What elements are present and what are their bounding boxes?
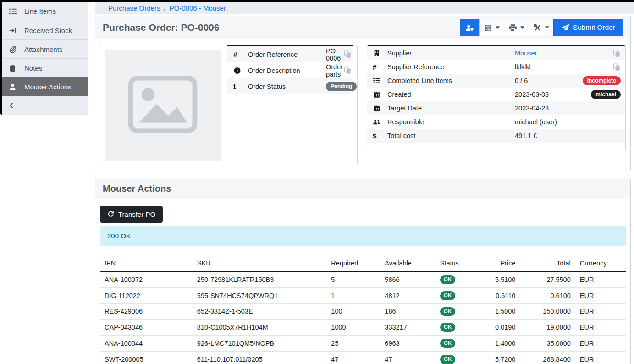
- ok-status-badge: OK: [440, 323, 455, 332]
- cell-status: OK: [436, 303, 474, 320]
- cell-price: 0.0190: [474, 320, 520, 336]
- detail-label: Responsible: [387, 118, 515, 126]
- chevron-left-icon: [8, 102, 15, 109]
- cell-price: 0.6110: [474, 287, 520, 303]
- print-dropdown-button[interactable]: [504, 19, 529, 36]
- toolbar: Submit Order: [460, 19, 623, 36]
- detail-label: Total cost: [387, 132, 515, 139]
- cell-ipn: SWT-200005: [100, 351, 193, 364]
- mouser-actions-panel: Mouser Actions Transfer PO 200 OK IPNSKU…: [95, 178, 631, 364]
- column-header-ipn: IPN: [100, 255, 193, 271]
- cell-ipn: CAP-043046: [100, 320, 193, 336]
- breadcrumb-link-purchase-orders[interactable]: Purchase Orders: [108, 4, 160, 12]
- copy-icon[interactable]: [344, 50, 352, 58]
- calendar-icon: [373, 91, 387, 98]
- copy-icon[interactable]: [613, 50, 621, 57]
- supplier-details-table: SupplierMouser#Supplier Referencelklklkl…: [367, 45, 625, 151]
- column-header-currency: Currency: [575, 255, 626, 271]
- cell-currency: EUR: [575, 271, 626, 287]
- detail-row-supplier: SupplierMouser: [367, 46, 625, 60]
- cell-required: 100: [326, 303, 380, 320]
- supplier-summary-box: SupplierMouser#Supplier Referencelklklkl…: [367, 45, 626, 151]
- detail-label: Target Date: [387, 105, 515, 112]
- sidebar-collapse-button[interactable]: [2, 96, 88, 115]
- detail-label: Created: [387, 91, 515, 98]
- cell-total: 27.5500: [520, 271, 575, 287]
- cell-available: 186: [380, 303, 435, 320]
- image-icon: [128, 75, 198, 136]
- cell-required: 5: [326, 271, 380, 287]
- order-actions-dropdown-button[interactable]: [529, 19, 554, 36]
- detail-value[interactable]: Mouser: [515, 50, 613, 57]
- detail-row-total-cost: $Total cost491.1 €: [367, 129, 625, 143]
- transfer-po-button[interactable]: Transfer PO: [100, 206, 163, 223]
- copy-icon[interactable]: [344, 66, 352, 74]
- sidebar-item-label: Received Stock: [24, 27, 72, 34]
- cell-currency: EUR: [575, 303, 626, 320]
- detail-row-created: Created2023-03-03michael: [367, 88, 625, 101]
- main-content: Purchase Orders / PO-0006 - Mouser Purch…: [95, 2, 631, 364]
- cell-total: 150.0000: [520, 303, 575, 320]
- copy-icon[interactable]: [613, 63, 621, 71]
- top-black-bar: [0, 0, 634, 2]
- cell-status: OK: [436, 271, 474, 287]
- detail-trailing: [344, 66, 352, 74]
- list-check-icon: [373, 77, 387, 84]
- detail-value: Pending: [326, 82, 357, 91]
- detail-row-supplier-reference: #Supplier Referencelklklkl: [367, 60, 625, 74]
- breadcrumb-link-po-0006[interactable]: PO-0006 - Mouser: [170, 4, 226, 12]
- cell-sku: 810-C1005X7R1H104M: [193, 320, 327, 336]
- detail-value: 491.1 €: [515, 132, 621, 139]
- caret-down-icon: [545, 26, 549, 29]
- cell-sku: 611-110.107.011/0205: [193, 351, 327, 364]
- column-header-required: Required: [326, 255, 380, 271]
- ok-status-badge: OK: [440, 275, 455, 284]
- cell-available: 47: [380, 351, 435, 364]
- submit-order-button[interactable]: Submit Order: [553, 19, 623, 36]
- order-image-placeholder: [105, 50, 221, 161]
- cell-total: 35.0000: [520, 336, 575, 352]
- detail-label: Order Reference: [248, 51, 326, 58]
- detail-label: Order Status: [248, 83, 326, 90]
- mouser-actions-title: Mouser Actions: [103, 183, 171, 194]
- cell-currency: EUR: [575, 320, 626, 336]
- barcode-dropdown-button[interactable]: [479, 19, 504, 36]
- purchase-order-panel-body: #Order ReferencePO-0006Order Description…: [95, 39, 630, 171]
- sidebar-item-mouser-actions[interactable]: Mouser Actions: [2, 77, 88, 96]
- cell-price: 1.4000: [474, 336, 520, 352]
- column-header-available: Available: [380, 255, 435, 271]
- cell-status: OK: [436, 336, 474, 352]
- table-row-cap-043046: CAP-043046810-C1005X7R1H104M1000333217OK…: [100, 320, 626, 336]
- detail-trailing: [613, 63, 621, 71]
- column-header-total: Total: [520, 255, 575, 271]
- sidebar-item-attachments[interactable]: Attachments: [2, 39, 88, 58]
- sidebar-item-line-items[interactable]: Line Items: [2, 2, 88, 21]
- cell-ipn: DIG-112022: [100, 287, 193, 303]
- sidebar-item-received-stock[interactable]: Received Stock: [2, 21, 88, 39]
- cell-currency: EUR: [575, 336, 626, 352]
- cell-required: 1000: [326, 320, 380, 336]
- cell-price: 1.5000: [474, 303, 520, 320]
- admin-button[interactable]: [460, 19, 480, 36]
- cell-status: OK: [436, 320, 474, 336]
- ok-status-badge: OK: [440, 355, 455, 364]
- dollar-icon: $: [373, 132, 387, 140]
- cell-ipn: RES-429006: [100, 303, 193, 320]
- detail-label: Order Description: [248, 67, 326, 74]
- cell-available: 6963: [380, 336, 435, 352]
- sidebar-items: Line ItemsReceived StockAttachmentsNotes…: [2, 2, 88, 96]
- detail-trailing: Incomplete: [583, 76, 621, 85]
- sidebar-item-notes[interactable]: Notes: [2, 58, 88, 77]
- detail-trailing: [344, 50, 352, 58]
- table-head: IPNSKURequiredAvailableStatusPriceTotalC…: [100, 255, 626, 271]
- clipboard-icon: [8, 64, 17, 72]
- tools-icon: [533, 24, 542, 32]
- cell-total: 0.6100: [520, 287, 575, 303]
- cell-status: OK: [436, 351, 474, 364]
- column-header-price: Price: [474, 255, 520, 271]
- detail-label: Supplier Reference: [387, 63, 515, 71]
- mouser-actions-body: Transfer PO 200 OK IPNSKURequiredAvailab…: [95, 199, 630, 364]
- caret-down-icon: [496, 26, 500, 29]
- paperclip-icon: [8, 45, 17, 53]
- table-row-res-429006: RES-429006652-3314Z-1-503E100186OK1.5000…: [100, 303, 626, 320]
